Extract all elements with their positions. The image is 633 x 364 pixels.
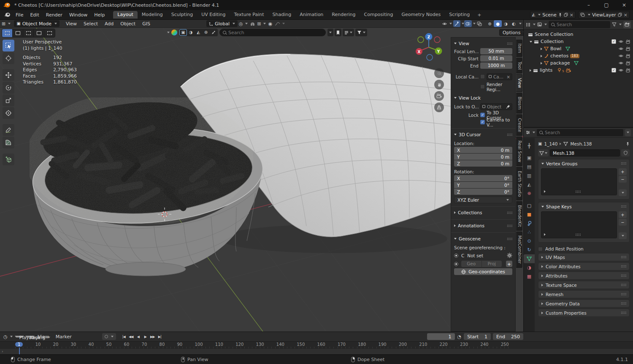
crs-radio[interactable] [454, 253, 458, 258]
outliner-filter-type-button[interactable] [537, 22, 547, 27]
filter-icon[interactable] [355, 29, 367, 36]
panel-header-vertex-groups[interactable]: Vertex Groups [538, 159, 629, 167]
tab-modifiers[interactable] [524, 219, 534, 228]
frame-tick[interactable]: 100 [195, 342, 203, 347]
overlays-toggle-button[interactable] [464, 20, 472, 27]
blender-menu-icon[interactable] [4, 12, 11, 17]
panel-header-collections[interactable]: Collections [454, 209, 512, 216]
annotate-tool[interactable] [3, 124, 14, 136]
close-button[interactable]: × [615, 0, 633, 10]
tab-world[interactable]: ⊕ [524, 189, 534, 198]
frame-tick[interactable]: 1 [15, 342, 23, 347]
select-mode-new[interactable] [2, 29, 13, 37]
menu-item[interactable]: File [12, 11, 27, 19]
camera-visibility-icon[interactable] [626, 61, 631, 65]
current-frame-field[interactable]: 1 [427, 333, 455, 340]
frame-tick[interactable]: 70 [142, 342, 147, 347]
sidebar-tab[interactable]: Earth Studio [516, 167, 522, 201]
camera-to-view-checkbox[interactable] [480, 120, 485, 124]
viewport-menu-item[interactable]: View [63, 21, 80, 27]
pin-icon[interactable] [558, 13, 562, 17]
panel-header-view-lock[interactable]: View Lock [454, 94, 512, 102]
outliner-row-bowl[interactable]: Bowl [524, 45, 633, 52]
transform-orientation-selector[interactable]: Global [206, 20, 238, 27]
frame-tick[interactable]: 160 [317, 342, 325, 347]
camera-visibility-icon[interactable] [626, 68, 631, 73]
tab-physics[interactable]: ⊙ [524, 237, 534, 245]
camera-view-icon[interactable] [434, 91, 444, 101]
gizmo-toggle-button[interactable] [453, 20, 460, 27]
navigation-gizmo[interactable]: Z X Y [414, 31, 444, 62]
frame-tick[interactable]: 110 [215, 342, 223, 347]
frame-tick[interactable]: 20 [53, 342, 59, 347]
viewport-menu-item[interactable]: GIS [139, 21, 153, 27]
tab-particles[interactable]: ∴ [524, 228, 534, 237]
maximize-button[interactable]: ▢ [598, 0, 615, 10]
pivot-point-button[interactable]: ◎ [238, 20, 249, 27]
camera-visibility-icon[interactable] [626, 40, 631, 44]
workspace-tab[interactable]: Animation [295, 11, 327, 19]
collapsed-panel-header[interactable]: Remesh [538, 290, 630, 298]
frame-tick[interactable]: 40 [89, 342, 94, 347]
fake-user-shield-button[interactable] [621, 149, 630, 156]
collapsed-panel-header[interactable]: Attributes [538, 272, 630, 280]
select-mode-subtract[interactable] [23, 29, 34, 37]
proj-button[interactable]: Proj [482, 261, 502, 267]
focal-length-field[interactable]: 50 mm [480, 48, 512, 54]
vertex-group-specials-button[interactable] [619, 189, 627, 196]
select-mode-extend[interactable] [13, 29, 23, 37]
shape-key-specials-button[interactable] [619, 232, 627, 239]
collection-checkbox[interactable] [611, 39, 616, 44]
playback-button[interactable]: ◀ [135, 333, 142, 340]
sidebar-tab[interactable]: BlenderKit [516, 201, 522, 231]
sidebar-tab[interactable]: View [516, 74, 522, 92]
mode-selector[interactable]: ▣ Object Mode [14, 20, 60, 27]
panel-header-3d-cursor[interactable]: 3D Cursor [454, 131, 512, 138]
asset-list-button[interactable] [343, 29, 354, 36]
add-vertex-group-button[interactable]: + [619, 168, 627, 175]
brush-category-icon[interactable] [210, 30, 217, 35]
eye-icon[interactable] [618, 47, 624, 51]
viewport-menu-item[interactable]: Select [81, 21, 101, 27]
view-layer-selector[interactable]: ViewLayer × [578, 11, 630, 19]
object-visibility-button[interactable] [441, 20, 453, 27]
workspace-tab[interactable]: Rendering [327, 11, 360, 19]
expand-icon[interactable] [530, 41, 532, 43]
menu-item[interactable]: Edit [27, 11, 42, 19]
frame-tick[interactable]: 230 [460, 342, 468, 347]
panel-header-annotations[interactable]: Annotations [454, 222, 512, 229]
transform-tool[interactable] [3, 107, 14, 119]
workspace-tab[interactable]: Scripting [445, 11, 474, 19]
copy-icon[interactable] [618, 13, 622, 17]
frame-tick[interactable]: 130 [256, 342, 264, 347]
properties-editor-icon[interactable] [526, 130, 535, 135]
eyedropper-icon[interactable] [506, 105, 510, 109]
render-region-checkbox[interactable] [480, 84, 485, 89]
tab-material[interactable]: ◑ [524, 263, 534, 272]
playback-button[interactable]: ▶▶ [149, 333, 156, 340]
timeline-editor-type-button[interactable]: ◷ [3, 334, 13, 339]
frame-tick[interactable]: 150 [297, 342, 305, 347]
copy-icon[interactable] [564, 13, 568, 17]
workspace-tab[interactable]: Texture Paint [230, 11, 268, 19]
move-tool[interactable] [3, 69, 14, 81]
select-mode-intersect[interactable] [44, 29, 55, 37]
expand-icon[interactable] [541, 62, 542, 65]
breadcrumb-data[interactable]: Mesh.138 [570, 141, 592, 146]
cursor-rotation-z[interactable]: Z0° [454, 189, 512, 195]
tab-object-data[interactable] [524, 254, 535, 263]
workspace-tab[interactable]: Layout [113, 11, 137, 19]
eye-icon[interactable] [618, 54, 624, 58]
camera-visibility-icon[interactable] [626, 54, 631, 58]
tab-render[interactable]: ▣ [524, 154, 534, 162]
euler-mode-dropdown[interactable]: XYZ Euler [454, 197, 512, 203]
expand-icon[interactable] [541, 55, 542, 57]
outliner-display-mode-button[interactable] [526, 23, 536, 27]
expand-icon[interactable] [530, 69, 531, 72]
timeline-menu-item[interactable]: View [35, 334, 52, 340]
playhead-line[interactable] [19, 348, 20, 355]
frame-tick[interactable]: 180 [358, 342, 366, 347]
select-box-tool[interactable] [3, 40, 14, 51]
eye-icon[interactable] [618, 61, 624, 65]
frame-tick[interactable]: 10 [35, 342, 41, 347]
